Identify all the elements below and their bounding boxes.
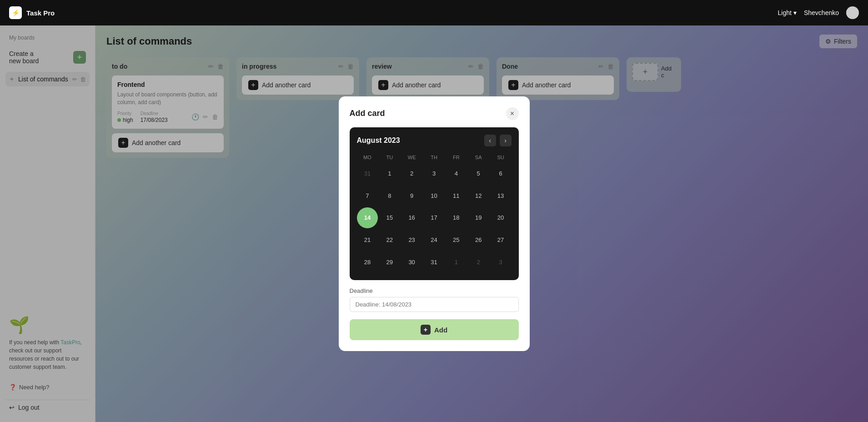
calendar-next-button[interactable]: › xyxy=(500,135,512,146)
close-icon: × xyxy=(510,110,514,118)
main-board: List of commands ⚙ Filters to do ✏ 🗑 xyxy=(95,25,868,422)
calendar-day-header: TH xyxy=(423,153,445,162)
app-title: Task Pro xyxy=(26,9,55,17)
calendar-day[interactable]: 25 xyxy=(446,229,467,251)
calendar-day[interactable]: 17 xyxy=(423,207,445,229)
calendar-day[interactable]: 20 xyxy=(490,207,512,229)
calendar-day-header: MO xyxy=(357,153,378,162)
modal-header: Add card × xyxy=(350,107,519,120)
calendar-day[interactable]: 7 xyxy=(357,185,378,206)
add-card-modal: Add card × August 2023 ‹ xyxy=(339,96,530,351)
calendar-month-year: August 2023 xyxy=(357,136,400,145)
calendar-day[interactable]: 3 xyxy=(423,163,445,184)
calendar-day[interactable]: 27 xyxy=(490,229,512,251)
calendar-grid: MOTUWETHFRSASU31123456789101112131415161… xyxy=(357,153,512,273)
calendar-day[interactable]: 10 xyxy=(423,185,445,206)
calendar-day[interactable]: 31 xyxy=(357,163,378,184)
add-submit-button[interactable]: + Add xyxy=(350,319,519,340)
calendar: August 2023 ‹ › MOTUWETHFRSASU3112345 xyxy=(350,127,519,280)
app-branding: ⚡ Task Pro xyxy=(9,6,55,19)
calendar-day[interactable]: 26 xyxy=(468,229,489,251)
calendar-day-header: WE xyxy=(401,153,422,162)
calendar-day[interactable]: 21 xyxy=(357,229,378,251)
calendar-day[interactable]: 1 xyxy=(379,163,400,184)
calendar-day-header: SA xyxy=(468,153,489,162)
calendar-day[interactable]: 11 xyxy=(446,185,467,206)
calendar-prev-button[interactable]: ‹ xyxy=(484,135,496,146)
calendar-day[interactable]: 18 xyxy=(446,207,467,229)
topnav-right: Light ▾ Shevchenko xyxy=(778,6,859,19)
calendar-day-header: SU xyxy=(490,153,512,162)
calendar-day[interactable]: 12 xyxy=(468,185,489,206)
theme-label: Light xyxy=(778,9,792,16)
add-btn-label: Add xyxy=(434,326,447,334)
calendar-day[interactable]: 6 xyxy=(490,163,512,184)
calendar-day[interactable]: 9 xyxy=(401,185,422,206)
calendar-day[interactable]: 22 xyxy=(379,229,400,251)
deadline-section-label: Deadline xyxy=(350,287,519,294)
calendar-day[interactable]: 4 xyxy=(446,163,467,184)
chevron-left-icon: ‹ xyxy=(489,137,491,144)
calendar-day-header: FR xyxy=(446,153,467,162)
calendar-header: August 2023 ‹ › xyxy=(357,135,512,146)
calendar-day[interactable]: 1 xyxy=(446,251,467,273)
calendar-day[interactable]: 28 xyxy=(357,251,378,273)
calendar-day[interactable]: 5 xyxy=(468,163,489,184)
close-button[interactable]: × xyxy=(506,107,519,120)
calendar-day[interactable]: 29 xyxy=(379,251,400,273)
user-name: Shevchenko xyxy=(804,9,839,16)
calendar-day[interactable]: 24 xyxy=(423,229,445,251)
calendar-day-header: TU xyxy=(379,153,400,162)
plus-icon: + xyxy=(421,325,431,335)
chevron-right-icon: › xyxy=(504,137,507,144)
chevron-down-icon: ▾ xyxy=(793,9,797,16)
calendar-day[interactable]: 2 xyxy=(468,251,489,273)
calendar-navigation: ‹ › xyxy=(484,135,512,146)
calendar-day[interactable]: 3 xyxy=(490,251,512,273)
calendar-day[interactable]: 15 xyxy=(379,207,400,229)
calendar-day[interactable]: 31 xyxy=(423,251,445,273)
calendar-day[interactable]: 14 xyxy=(357,207,378,229)
theme-selector[interactable]: Light ▾ xyxy=(778,9,797,16)
top-navigation: ⚡ Task Pro Light ▾ Shevchenko xyxy=(0,0,868,25)
calendar-day[interactable]: 13 xyxy=(490,185,512,206)
modal-title: Add card xyxy=(350,109,385,118)
calendar-day[interactable]: 23 xyxy=(401,229,422,251)
modal-overlay[interactable]: Add card × August 2023 ‹ xyxy=(95,25,868,422)
calendar-day[interactable]: 19 xyxy=(468,207,489,229)
avatar[interactable] xyxy=(846,6,859,19)
calendar-day[interactable]: 2 xyxy=(401,163,422,184)
deadline-input[interactable] xyxy=(350,297,519,312)
calendar-day[interactable]: 8 xyxy=(379,185,400,206)
app-icon: ⚡ xyxy=(9,6,22,19)
calendar-day[interactable]: 30 xyxy=(401,251,422,273)
calendar-day[interactable]: 16 xyxy=(401,207,422,229)
